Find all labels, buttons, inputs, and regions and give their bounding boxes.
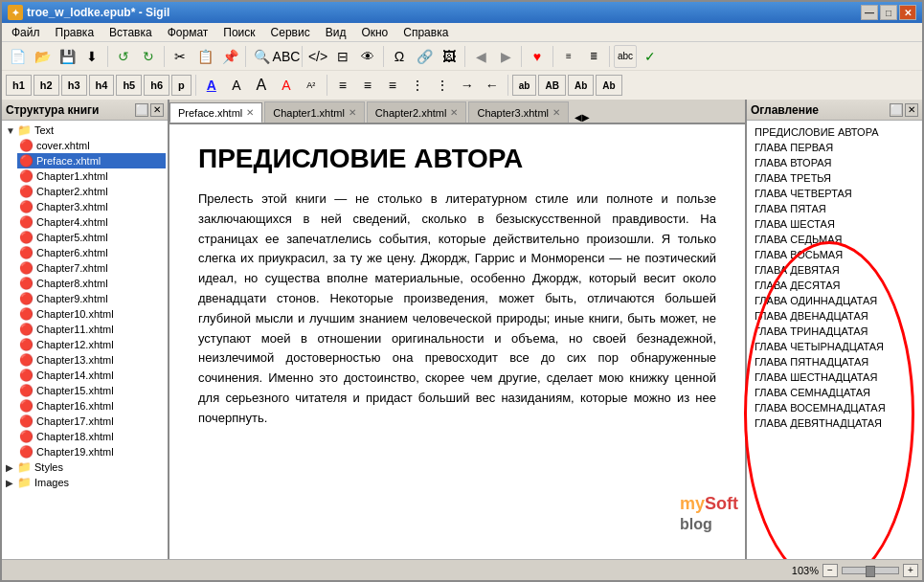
tree-item-ch14[interactable]: 🔴 Chapter14.xhtml bbox=[17, 368, 166, 383]
tab-prev-arrow[interactable]: ◀ bbox=[575, 112, 582, 123]
tree-item-ch19[interactable]: 🔴 Chapter19.xhtml bbox=[17, 444, 166, 459]
tree-item-ch9[interactable]: 🔴 Chapter9.xhtml bbox=[17, 291, 166, 306]
toc-item-12[interactable]: ГЛАВА ДВЕНАДЦАТАЯ bbox=[751, 308, 918, 324]
left-panel-float-button[interactable]: ⬜ bbox=[135, 103, 148, 117]
font-size-down-button[interactable]: A bbox=[225, 74, 248, 97]
tree-item-ch18[interactable]: 🔴 Chapter18.xhtml bbox=[17, 429, 166, 444]
next-button[interactable]: ▶ bbox=[494, 45, 517, 68]
code-view-button[interactable]: </> bbox=[306, 45, 329, 68]
save-all-button[interactable]: ⬇ bbox=[80, 45, 103, 68]
h5-button[interactable]: h5 bbox=[116, 75, 142, 96]
h2-button[interactable]: h2 bbox=[34, 75, 59, 96]
tree-item-ch4[interactable]: 🔴 Chapter4.xhtml bbox=[17, 214, 166, 230]
tree-item-ch3[interactable]: 🔴 Chapter3.xhtml bbox=[17, 199, 166, 214]
tree-item-preface[interactable]: 🔴 Preface.xhtml bbox=[17, 153, 166, 168]
tab-ch3[interactable]: Chapter3.xhtml ✕ bbox=[468, 101, 569, 123]
font-sub-button[interactable]: A² bbox=[300, 74, 323, 97]
menu-window[interactable]: Окно bbox=[353, 24, 395, 41]
left-panel-close-button[interactable]: ✕ bbox=[150, 103, 164, 117]
tree-item-ch12[interactable]: 🔴 Chapter12.xhtml bbox=[17, 337, 166, 352]
cut-button[interactable]: ✂ bbox=[169, 45, 192, 68]
tree-item-ch1[interactable]: 🔴 Chapter1.xhtml bbox=[17, 168, 166, 184]
menu-edit[interactable]: Правка bbox=[48, 24, 102, 41]
favorite-button[interactable]: ♥ bbox=[526, 45, 549, 68]
tree-item-images[interactable]: ▶ 📁 Images bbox=[4, 475, 166, 490]
spell-check-button[interactable]: ABC bbox=[275, 45, 298, 68]
toc-item-2[interactable]: ГЛАВА ВТОРАЯ bbox=[751, 155, 918, 170]
ab-btn3[interactable]: Ab bbox=[568, 75, 594, 96]
zoom-slider[interactable] bbox=[842, 567, 899, 574]
h3-button[interactable]: h3 bbox=[61, 75, 87, 96]
tree-item-ch6[interactable]: 🔴 Chapter6.xhtml bbox=[17, 245, 166, 260]
font-bold-button[interactable]: A bbox=[200, 74, 223, 97]
align-center-button[interactable]: ≡ bbox=[331, 74, 354, 97]
outdent-button[interactable]: ← bbox=[481, 74, 504, 97]
ab-btn1[interactable]: ab bbox=[512, 75, 537, 96]
tab-close-ch2[interactable]: ✕ bbox=[450, 107, 458, 118]
tree-item-ch16[interactable]: 🔴 Chapter16.xhtml bbox=[17, 398, 166, 414]
right-panel-close-button[interactable]: ✕ bbox=[905, 103, 918, 117]
menu-view[interactable]: Вид bbox=[318, 24, 354, 41]
tree-item-ch17[interactable]: 🔴 Chapter17.xhtml bbox=[17, 414, 166, 429]
copy-button[interactable]: 📋 bbox=[193, 45, 216, 68]
tree-item-ch15[interactable]: 🔴 Chapter15.xhtml bbox=[17, 383, 166, 398]
find-button[interactable]: 🔍 bbox=[250, 45, 273, 68]
tab-preface[interactable]: Preface.xhtml ✕ bbox=[169, 102, 262, 123]
toc-item-1[interactable]: ГЛАВА ПЕРВАЯ bbox=[751, 140, 918, 155]
toc-item-18[interactable]: ГЛАВА ВОСЕМНАДЦАТАЯ bbox=[751, 400, 918, 415]
toc-item-8[interactable]: ГЛАВА ВОСЬМАЯ bbox=[751, 247, 918, 262]
tree-item-ch8[interactable]: 🔴 Chapter8.xhtml bbox=[17, 276, 166, 291]
tab-close-ch3[interactable]: ✕ bbox=[552, 107, 560, 118]
insert-image-button[interactable]: 🖼 bbox=[438, 45, 461, 68]
font-size-up-button[interactable]: A bbox=[250, 74, 273, 97]
open-button[interactable]: 📂 bbox=[31, 45, 54, 68]
menu-format[interactable]: Формат bbox=[160, 24, 216, 41]
tab-close-ch1[interactable]: ✕ bbox=[349, 107, 356, 118]
tree-item-cover[interactable]: 🔴 cover.xhtml bbox=[17, 138, 166, 153]
toc-item-14[interactable]: ГЛАВА ЧЕТЫРНАДЦАТАЯ bbox=[751, 339, 918, 354]
h6-button[interactable]: h6 bbox=[144, 75, 169, 96]
toc-item-0[interactable]: ПРЕДИСЛОВИЕ АВТОРА bbox=[751, 124, 918, 140]
new-file-button[interactable]: 📄 bbox=[6, 45, 29, 68]
menu-help[interactable]: Справка bbox=[395, 24, 456, 41]
tab-close-preface[interactable]: ✕ bbox=[246, 107, 254, 118]
menu-service[interactable]: Сервис bbox=[263, 24, 318, 41]
prev-button[interactable]: ◀ bbox=[469, 45, 492, 68]
index-button[interactable]: ≣ bbox=[582, 45, 605, 68]
p-button[interactable]: p bbox=[171, 75, 192, 96]
tree-item-ch11[interactable]: 🔴 Chapter11.xhtml bbox=[17, 322, 166, 337]
maximize-button[interactable]: □ bbox=[880, 5, 897, 20]
list-button[interactable]: ⋮ bbox=[406, 74, 429, 97]
toc-item-7[interactable]: ГЛАВА СЕДЬМАЯ bbox=[751, 232, 918, 247]
tree-item-ch7[interactable]: 🔴 Chapter7.xhtml bbox=[17, 260, 166, 276]
toc-button[interactable]: ≡ bbox=[557, 45, 580, 68]
split-view-button[interactable]: ⊟ bbox=[331, 45, 354, 68]
minimize-button[interactable]: — bbox=[861, 5, 878, 20]
tab-ch2[interactable]: Chapter2.xhtml ✕ bbox=[367, 101, 467, 123]
undo-button[interactable]: ↺ bbox=[112, 45, 135, 68]
menu-insert[interactable]: Вставка bbox=[101, 24, 160, 41]
font-color-button[interactable]: A bbox=[275, 74, 298, 97]
toc-item-3[interactable]: ГЛАВА ТРЕТЬЯ bbox=[751, 170, 918, 186]
tab-ch1[interactable]: Chapter1.xhtml ✕ bbox=[264, 101, 365, 123]
insert-special-button[interactable]: Ω bbox=[388, 45, 411, 68]
tree-item-ch5[interactable]: 🔴 Chapter5.xhtml bbox=[17, 230, 166, 245]
toc-item-16[interactable]: ГЛАВА ШЕСТНАДЦАТАЯ bbox=[751, 369, 918, 385]
ab-btn2[interactable]: AB bbox=[538, 75, 565, 96]
align-justify-button[interactable]: ≡ bbox=[381, 74, 404, 97]
list2-button[interactable]: ⋮ bbox=[431, 74, 454, 97]
paste-button[interactable]: 📌 bbox=[218, 45, 241, 68]
insert-link-button[interactable]: 🔗 bbox=[413, 45, 436, 68]
toc-item-9[interactable]: ГЛАВА ДЕВЯТАЯ bbox=[751, 262, 918, 278]
check-btn[interactable]: ✓ bbox=[639, 45, 662, 68]
zoom-increase-button[interactable]: + bbox=[903, 564, 918, 577]
toc-item-10[interactable]: ГЛАВА ДЕСЯТАЯ bbox=[751, 278, 918, 293]
toc-item-13[interactable]: ГЛАВА ТРИНАДЦАТАЯ bbox=[751, 324, 918, 339]
toc-item-4[interactable]: ГЛАВА ЧЕТВЕРТАЯ bbox=[751, 186, 918, 201]
close-button[interactable]: ✕ bbox=[899, 5, 916, 20]
menu-file[interactable]: Файл bbox=[4, 24, 48, 41]
zoom-decrease-button[interactable]: − bbox=[823, 564, 838, 577]
tree-item-ch13[interactable]: 🔴 Chapter13.xhtml bbox=[17, 352, 166, 368]
zoom-slider-thumb[interactable] bbox=[866, 566, 875, 577]
toc-item-5[interactable]: ГЛАВА ПЯТАЯ bbox=[751, 201, 918, 216]
